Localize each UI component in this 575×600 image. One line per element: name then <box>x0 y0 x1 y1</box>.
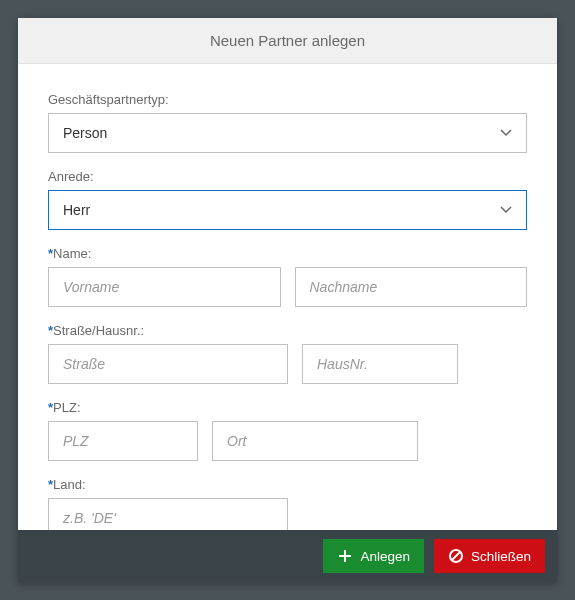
name-label: *Name: <box>48 246 527 261</box>
create-button[interactable]: Anlegen <box>323 539 424 573</box>
country-field[interactable] <box>48 498 288 530</box>
prohibit-icon <box>448 548 464 564</box>
close-button[interactable]: Schließen <box>434 539 545 573</box>
street-label: *Straße/Hausnr.: <box>48 323 527 338</box>
dialog-footer: Anlegen Schließen <box>18 530 557 582</box>
house-no-field[interactable] <box>302 344 458 384</box>
salutation-label: Anrede: <box>48 169 527 184</box>
city-field[interactable] <box>212 421 418 461</box>
name-group: *Name: <box>48 246 527 307</box>
salutation-group: Anrede: Herr <box>48 169 527 230</box>
dialog-title: Neuen Partner anlegen <box>18 18 557 64</box>
salutation-select[interactable]: Herr <box>48 190 527 230</box>
street-field[interactable] <box>48 344 288 384</box>
salutation-value: Herr <box>63 202 90 218</box>
partner-type-value: Person <box>63 125 107 141</box>
plz-field[interactable] <box>48 421 198 461</box>
last-name-field[interactable] <box>295 267 528 307</box>
chevron-down-icon <box>500 204 512 216</box>
country-label: *Land: <box>48 477 527 492</box>
first-name-field[interactable] <box>48 267 281 307</box>
plus-icon <box>337 548 353 564</box>
partner-type-group: Geschäftspartnertyp: Person <box>48 92 527 153</box>
partner-type-label: Geschäftspartnertyp: <box>48 92 527 107</box>
postal-label: *PLZ: <box>48 400 527 415</box>
street-group: *Straße/Hausnr.: <box>48 323 527 384</box>
partner-type-select[interactable]: Person <box>48 113 527 153</box>
chevron-down-icon <box>500 127 512 139</box>
country-group: *Land: <box>48 477 527 530</box>
postal-group: *PLZ: <box>48 400 527 461</box>
dialog-body: Geschäftspartnertyp: Person Anrede: Herr… <box>18 64 557 530</box>
create-partner-dialog: Neuen Partner anlegen Geschäftspartnerty… <box>18 18 557 582</box>
